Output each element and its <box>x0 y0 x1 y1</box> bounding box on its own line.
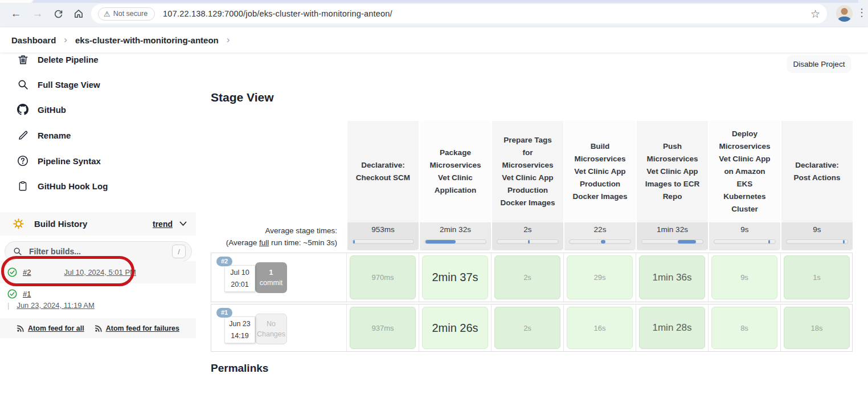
run-changes-line2: Changes <box>257 330 285 338</box>
average-stage-time: 2min 32s <box>440 225 471 234</box>
breadcrumb-job[interactable]: eks-cluster-with-monitoring-anteon <box>75 35 219 45</box>
sidebar-item-delete-pipeline[interactable]: Delete Pipeline <box>0 50 196 69</box>
stage-duration: 2s <box>523 324 531 332</box>
atom-feed-failures-link[interactable]: Atom feed for failures <box>95 324 179 332</box>
average-stage-cell: 22s <box>563 222 636 249</box>
run-badge[interactable]: #1 <box>216 308 232 318</box>
atom-feed-failures-label: Atom feed for failures <box>106 324 179 332</box>
avg-full-link[interactable]: full <box>259 238 269 247</box>
home-icon <box>73 9 84 19</box>
build-link[interactable]: #2 <box>23 268 31 277</box>
home-button[interactable] <box>71 6 87 22</box>
stage-time-bar-fill <box>601 240 605 243</box>
build-run-row: #1 Jun 23 14:19 No Changes 937ms 2min 26… <box>211 304 853 352</box>
stage-duration: 1s <box>813 273 821 282</box>
stage-cell[interactable]: 1min 36s <box>636 253 708 302</box>
security-chip[interactable]: ⚠ Not secure <box>98 7 155 21</box>
sidebar-item-full-stage-view[interactable]: Full Stage View <box>0 75 196 94</box>
breadcrumb-dashboard[interactable]: Dashboard <box>11 35 56 45</box>
stage-cell[interactable]: 2s <box>491 304 563 351</box>
stage-duration: 1min 28s <box>653 322 692 334</box>
profile-avatar[interactable] <box>836 5 853 22</box>
stage-header: Prepare Tags for Microservices Vet Clini… <box>491 121 563 222</box>
help-icon <box>17 155 28 166</box>
stage-cell[interactable]: 937ms <box>346 304 419 351</box>
security-label: Not secure <box>113 10 148 18</box>
sidebar-item-github-hook-log[interactable]: GitHub Hook Log <box>0 176 196 196</box>
stage-view-table: Declarative: Checkout SCM Package Micros… <box>211 121 853 352</box>
run-date: Jul 10 <box>230 269 249 277</box>
forward-button[interactable]: → <box>30 6 46 22</box>
address-bar[interactable]: ⚠ Not secure 107.22.138.129:7000/job/eks… <box>91 4 827 23</box>
run-date: Jun 23 <box>229 320 251 328</box>
run-date-card[interactable]: Jun 23 14:19 <box>224 316 255 343</box>
bookmark-star-icon[interactable]: ☆ <box>810 7 820 21</box>
stage-view-title: Stage View <box>211 91 274 104</box>
sidebar-item-label: Rename <box>38 131 71 140</box>
stage-duration: 937ms <box>371 324 394 332</box>
stage-header: Deploy Microservices Vet Clinic App on A… <box>708 121 780 222</box>
back-button[interactable]: ← <box>8 6 24 22</box>
stage-cell[interactable]: 9s <box>708 253 780 302</box>
sidebar: Delete Pipeline Full Stage View GitHub R… <box>0 52 196 394</box>
run-date-card[interactable]: Jul 10 20:01 <box>224 265 255 292</box>
stage-time-bar <box>569 239 631 244</box>
warning-icon: ⚠ <box>104 10 110 18</box>
sidebar-item-label: Pipeline Syntax <box>38 156 101 166</box>
stage-cell[interactable]: 970ms <box>346 253 419 302</box>
build-date-link[interactable]: Jul 10, 2024, 5:01 PM <box>64 268 136 277</box>
run-changes-box[interactable]: 1 commit <box>255 262 287 293</box>
build-link[interactable]: #1 <box>23 290 31 298</box>
reload-button[interactable] <box>50 6 66 22</box>
stage-duration: 2s <box>523 273 531 282</box>
breadcrumb: Dashboard › eks-cluster-with-monitoring-… <box>0 27 868 52</box>
average-stage-time: 2s <box>523 225 531 234</box>
stage-header: Push Microservices Vet Clinic App Images… <box>636 121 708 222</box>
run-badge[interactable]: #2 <box>216 257 232 266</box>
stage-cell[interactable]: 2min 26s <box>419 304 491 351</box>
stage-cell[interactable]: 29s <box>563 253 636 302</box>
sidebar-item-rename[interactable]: Rename <box>0 125 196 145</box>
stage-duration: 2min 37s <box>432 271 478 284</box>
stage-cell[interactable]: 8s <box>708 304 780 351</box>
stage-time-bar <box>352 239 414 244</box>
build-history-title: Build History <box>34 219 87 229</box>
disable-project-button[interactable]: Disable Project <box>787 55 851 73</box>
run-time: 14:19 <box>231 332 248 340</box>
stage-cell[interactable]: 2min 37s <box>419 253 491 302</box>
stage-duration: 16s <box>594 324 606 332</box>
filter-builds-input[interactable] <box>29 247 172 256</box>
chevron-right-icon: › <box>227 34 230 46</box>
stage-cell[interactable]: 18s <box>780 304 853 351</box>
permalinks-title: Permalinks <box>211 362 268 375</box>
stage-cell[interactable]: 16s <box>563 304 636 351</box>
build-history-row[interactable]: #2 Jul 10, 2024, 5:01 PM <box>0 261 196 283</box>
stage-duration: 29s <box>594 273 606 282</box>
url-text[interactable]: 107.22.138.129:7000/job/eks-cluster-with… <box>163 9 392 18</box>
browser-toolbar: ← → ⚠ Not secure 107.22.138.129:7000/job… <box>0 0 868 27</box>
trend-link[interactable]: trend <box>153 220 173 229</box>
browser-menu-button[interactable]: ⋮ <box>857 6 866 19</box>
average-stage-time: 9s <box>813 225 821 234</box>
sidebar-item-label: GitHub <box>38 105 66 115</box>
average-stage-cell: 1min 32s <box>636 222 708 249</box>
shortcut-key-badge: / <box>172 245 186 258</box>
filter-builds-box[interactable]: / <box>5 241 192 262</box>
average-stage-time: 9s <box>740 225 748 234</box>
stage-cell[interactable]: 1s <box>780 253 853 302</box>
build-history-row[interactable]: #1 <box>0 286 196 301</box>
github-icon <box>17 104 28 115</box>
stage-duration: 18s <box>811 324 823 332</box>
avg-label-suffix: run time: ~5min 3s) <box>269 238 337 247</box>
sidebar-item-label: Delete Pipeline <box>38 55 99 64</box>
stage-cell[interactable]: 2s <box>491 253 563 302</box>
chevron-down-icon[interactable] <box>179 221 187 226</box>
sidebar-item-pipeline-syntax[interactable]: Pipeline Syntax <box>0 151 196 170</box>
build-date-line: | Jun 23, 2024, 11:19 AM <box>7 301 95 310</box>
build-date-link[interactable]: Jun 23, 2024, 11:19 AM <box>17 301 94 310</box>
atom-feed-all-link[interactable]: Atom feed for all <box>17 324 84 332</box>
stage-cell[interactable]: 1min 28s <box>636 304 708 351</box>
sidebar-item-github[interactable]: GitHub <box>0 100 196 119</box>
stage-header-row: Declarative: Checkout SCM Package Micros… <box>211 121 853 222</box>
run-time: 20:01 <box>231 281 248 289</box>
